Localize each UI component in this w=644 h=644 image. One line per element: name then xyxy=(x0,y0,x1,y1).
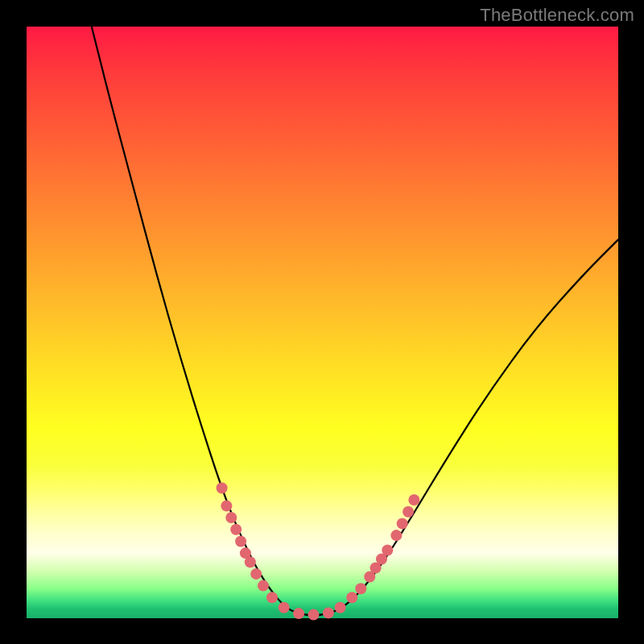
data-marker xyxy=(408,494,419,506)
data-marker xyxy=(402,506,414,518)
data-marker xyxy=(397,518,408,529)
data-marker xyxy=(390,530,402,541)
data-marker xyxy=(258,580,269,592)
watermark-text: TheBottleneck.com xyxy=(480,5,634,26)
data-marker xyxy=(355,583,366,594)
data-marker xyxy=(235,536,246,547)
data-marker xyxy=(335,602,346,613)
chart-frame: TheBottleneck.com xyxy=(0,0,644,644)
data-marker xyxy=(230,524,242,535)
data-marker xyxy=(279,602,290,613)
data-marker xyxy=(225,512,237,523)
data-marker xyxy=(293,608,304,619)
bottleneck-curve xyxy=(27,27,618,618)
data-marker xyxy=(346,592,357,603)
data-marker xyxy=(221,500,232,511)
data-marker xyxy=(308,609,320,621)
data-marker xyxy=(266,592,278,603)
data-marker xyxy=(250,568,262,580)
data-marker xyxy=(245,556,256,568)
data-marker xyxy=(323,607,334,618)
data-marker xyxy=(217,482,228,493)
data-marker xyxy=(382,545,393,556)
plot-area xyxy=(27,27,618,618)
